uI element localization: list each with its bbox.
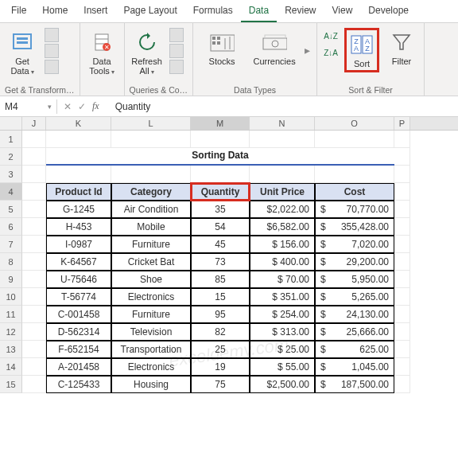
table-cell[interactable]: Electronics <box>111 358 191 376</box>
table-cell[interactable]: 54 <box>191 218 250 236</box>
table-cell[interactable]: $ 400.00 <box>250 253 315 271</box>
cancel-icon[interactable]: ✕ <box>64 101 72 112</box>
row-header[interactable]: 3 <box>0 166 22 183</box>
table-cell[interactable]: F-652154 <box>46 341 111 358</box>
cell[interactable] <box>46 166 111 183</box>
table-cell[interactable]: $6,582.00 <box>250 218 315 236</box>
row-header[interactable]: 1 <box>0 131 22 148</box>
table-cell[interactable]: $7,020.00 <box>315 236 394 253</box>
cell[interactable] <box>22 376 46 393</box>
sort-desc-button[interactable]: Z↓A <box>322 45 340 60</box>
queries-icon-3[interactable] <box>169 60 184 74</box>
row-header[interactable]: 8 <box>0 253 22 271</box>
cell[interactable] <box>394 341 410 358</box>
row-header[interactable]: 14 <box>0 358 22 376</box>
cell[interactable] <box>394 148 410 166</box>
row-header[interactable]: 12 <box>0 323 22 341</box>
currencies-button[interactable]: Currencies <box>250 28 298 68</box>
cell[interactable] <box>394 271 410 288</box>
cell[interactable] <box>250 131 315 148</box>
table-cell[interactable]: D-562314 <box>46 323 111 341</box>
cell[interactable] <box>22 341 46 358</box>
refresh-all-button[interactable]: Refresh All <box>130 28 165 78</box>
cell[interactable] <box>22 306 46 323</box>
table-cell[interactable]: Transportation <box>111 341 191 358</box>
row-header[interactable]: 6 <box>0 218 22 236</box>
table-cell[interactable]: $25,666.00 <box>315 323 394 341</box>
col-J[interactable]: J <box>22 117 46 130</box>
select-all-triangle[interactable] <box>0 117 22 130</box>
cell[interactable] <box>394 253 410 271</box>
sort-asc-button[interactable]: A↓Z <box>322 28 340 44</box>
row-header[interactable]: 15 <box>0 376 22 393</box>
table-header[interactable]: Unit Price <box>250 183 315 201</box>
table-cell[interactable]: C-001458 <box>46 306 111 323</box>
cell[interactable] <box>315 166 394 183</box>
col-P[interactable]: P <box>394 117 410 130</box>
col-M[interactable]: M <box>191 117 250 130</box>
row-header[interactable]: 2 <box>0 148 22 166</box>
cell[interactable] <box>22 236 46 253</box>
cell[interactable] <box>22 183 46 201</box>
worksheet-grid[interactable]: J K L M N O P 12Sorting Data34Product Id… <box>0 117 458 393</box>
row-header[interactable]: 10 <box>0 288 22 306</box>
table-cell[interactable]: Air Condition <box>111 201 191 218</box>
table-cell[interactable]: Housing <box>111 376 191 393</box>
table-cell[interactable]: C-125433 <box>46 376 111 393</box>
row-header[interactable]: 13 <box>0 341 22 358</box>
data-types-nav[interactable]: ▸ <box>303 28 312 57</box>
tab-view[interactable]: View <box>324 0 361 22</box>
row-header[interactable]: 4 <box>0 183 22 201</box>
table-cell[interactable]: Mobile <box>111 218 191 236</box>
table-cell[interactable]: Furniture <box>111 236 191 253</box>
table-cell[interactable]: $24,130.00 <box>315 306 394 323</box>
table-cell[interactable]: $2,022.00 <box>250 201 315 218</box>
cell[interactable] <box>315 131 394 148</box>
table-cell[interactable]: $ 156.00 <box>250 236 315 253</box>
table-cell[interactable]: 75 <box>191 376 250 393</box>
table-cell[interactable]: $625.00 <box>315 341 394 358</box>
tab-data[interactable]: Data <box>241 0 277 22</box>
from-web-icon[interactable] <box>45 44 59 58</box>
row-header[interactable]: 11 <box>0 306 22 323</box>
table-cell[interactable]: H-453 <box>46 218 111 236</box>
table-cell[interactable]: 15 <box>191 288 250 306</box>
formula-input[interactable]: Quantity <box>111 99 458 114</box>
sort-button[interactable]: ZAAZ Sort <box>344 28 379 72</box>
row-header[interactable]: 5 <box>0 201 22 218</box>
tab-formulas[interactable]: Formulas <box>185 0 241 22</box>
table-cell[interactable]: $355,428.00 <box>315 218 394 236</box>
cell[interactable] <box>22 288 46 306</box>
cell[interactable] <box>394 166 410 183</box>
col-K[interactable]: K <box>46 117 111 130</box>
col-L[interactable]: L <box>111 117 191 130</box>
filter-button[interactable]: Filter <box>384 28 419 68</box>
queries-icon-2[interactable] <box>169 44 184 58</box>
table-cell[interactable]: $29,200.00 <box>315 253 394 271</box>
table-cell[interactable]: $ 351.00 <box>250 288 315 306</box>
table-cell[interactable]: T-56774 <box>46 288 111 306</box>
cell[interactable] <box>22 218 46 236</box>
cell[interactable] <box>394 323 410 341</box>
row-header[interactable]: 7 <box>0 236 22 253</box>
cell[interactable] <box>191 166 250 183</box>
table-cell[interactable]: 73 <box>191 253 250 271</box>
cell[interactable] <box>394 306 410 323</box>
cell[interactable] <box>22 148 46 166</box>
table-cell[interactable]: 35 <box>191 201 250 218</box>
table-cell[interactable]: K-64567 <box>46 253 111 271</box>
table-header[interactable]: Quantity <box>191 183 250 201</box>
get-data-button[interactable]: Get Data <box>5 28 40 78</box>
cell[interactable] <box>394 131 410 148</box>
table-cell[interactable]: $5,950.00 <box>315 271 394 288</box>
table-cell[interactable]: $ 70.00 <box>250 271 315 288</box>
cell[interactable] <box>22 253 46 271</box>
cell[interactable] <box>250 166 315 183</box>
tab-page-layout[interactable]: Page Layout <box>115 0 184 22</box>
table-cell[interactable]: $ 313.00 <box>250 323 315 341</box>
cell[interactable] <box>191 131 250 148</box>
col-O[interactable]: O <box>315 117 394 130</box>
cell[interactable] <box>394 218 410 236</box>
tab-file[interactable]: File <box>3 0 34 22</box>
from-text-icon[interactable] <box>45 28 59 42</box>
